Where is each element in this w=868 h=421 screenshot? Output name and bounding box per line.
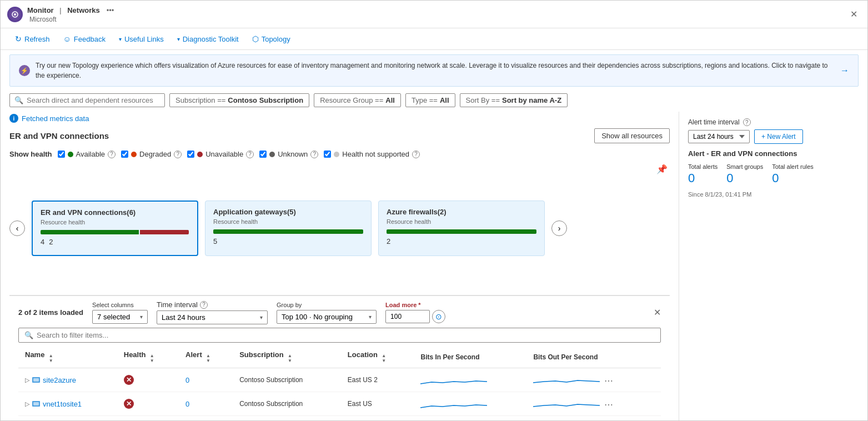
topology-banner[interactable]: ⚡ Try our new Topology experience which …: [9, 54, 859, 87]
search-input[interactable]: [27, 96, 160, 104]
er-vpn-card[interactable]: ER and VPN connections(6) Resource healt…: [32, 201, 198, 256]
cards-next-button[interactable]: ›: [551, 220, 567, 236]
alert-interval-select[interactable]: Last 24 hours: [688, 130, 750, 143]
subscription-filter[interactable]: Subscription == Contoso Subscription: [169, 93, 309, 107]
pin-button[interactable]: 📌: [656, 164, 668, 174]
cell-bits-in-0: [414, 368, 526, 392]
cell-location-0: East US 2: [341, 368, 414, 392]
alert-interval-info-icon[interactable]: ?: [743, 118, 751, 126]
svg-rect-5: [33, 402, 39, 405]
group-by-dropdown[interactable]: Top 100 · No grouping ▾: [277, 310, 377, 324]
row-more-button-1[interactable]: ⋯: [602, 398, 615, 411]
location-sort[interactable]: ▲▼: [382, 354, 386, 363]
cards-prev-button[interactable]: ‹: [9, 220, 25, 236]
group-by-label: Group by: [277, 302, 377, 308]
table-search-input[interactable]: [37, 331, 655, 339]
cell-bits-out-1: ⋯: [526, 392, 661, 416]
card-title-0: ER and VPN connections(6): [41, 208, 189, 217]
load-go-button[interactable]: ⊙: [432, 310, 445, 323]
unavailable-label: Unavailable: [205, 150, 243, 158]
health-available-checkbox[interactable]: [58, 151, 65, 158]
resource-link-0[interactable]: site2azure: [43, 376, 76, 384]
cell-name-1: ▷ vnet1tosite1: [18, 392, 117, 416]
card-title-2: Azure firewalls(2): [387, 208, 536, 216]
health-error-icon-1: ✕: [124, 399, 134, 409]
unknown-info-icon[interactable]: ?: [310, 151, 318, 158]
topology-button[interactable]: ⬡ Topology: [247, 32, 296, 46]
alert-link-1[interactable]: 0: [185, 400, 189, 408]
info-row: i Fetched metrics data: [9, 112, 670, 125]
card-counts-1: 5: [213, 237, 363, 245]
cell-name-0: ▷ site2azure: [18, 368, 117, 392]
cell-location-1: East US: [341, 392, 414, 416]
health-degraded-checkbox[interactable]: [121, 151, 128, 158]
row-icon-0: ▷ site2azure: [25, 375, 111, 384]
time-interval-label: Time interval ?: [157, 300, 268, 309]
table-search-box[interactable]: 🔍: [18, 328, 661, 343]
resource-link-1[interactable]: vnet1tosite1: [43, 400, 82, 408]
card-sub-2: Resource health: [387, 218, 536, 225]
select-columns-label: Select columns: [92, 302, 148, 308]
svg-point-1: [14, 13, 16, 16]
refresh-button[interactable]: ↻ Refresh: [9, 32, 56, 46]
cell-health-1: ✕: [117, 392, 179, 416]
time-interval-info-icon[interactable]: ?: [200, 301, 208, 309]
diagnostic-toolkit-button[interactable]: ▾ Diagnostic Toolkit: [172, 32, 244, 46]
not-supported-label: Health not supported: [342, 150, 409, 158]
alert-sort[interactable]: ▲▼: [206, 354, 210, 363]
name-sort[interactable]: ▲▼: [49, 354, 53, 363]
app-gateway-card[interactable]: Application gateways(5) Resource health …: [205, 201, 372, 256]
col-bits-in: Bits In Per Second: [414, 346, 526, 368]
health-not-supported-checkbox[interactable]: [324, 151, 331, 158]
group-by-group: Group by Top 100 · No grouping ▾: [277, 302, 377, 324]
window-close-button[interactable]: ✕: [847, 8, 861, 21]
topology-icon: ⬡: [252, 34, 259, 43]
select-columns-dropdown[interactable]: 7 selected ▾: [92, 310, 148, 324]
bottom-controls: 2 of 2 items loaded Select columns 7 sel…: [18, 300, 661, 324]
row-more-button-0[interactable]: ⋯: [602, 374, 615, 387]
resource-group-filter[interactable]: Resource Group == All: [314, 93, 401, 107]
row-expand-icon-0[interactable]: ▷: [25, 377, 29, 384]
title-more-btn[interactable]: •••: [107, 6, 114, 14]
subscription-sort[interactable]: ▲▼: [288, 354, 292, 363]
unavailable-info-icon[interactable]: ?: [246, 151, 254, 158]
show-all-resources-button[interactable]: Show all resources: [594, 128, 670, 143]
col-bits-out: Bits Out Per Second: [526, 346, 661, 368]
load-more-input[interactable]: [385, 310, 430, 323]
alert-link-0[interactable]: 0: [185, 376, 189, 384]
cell-bits-out-0: ⋯: [526, 368, 661, 392]
new-alert-button[interactable]: + New Alert: [754, 129, 803, 144]
chevron-down-icon-3: ▾: [140, 314, 143, 320]
azure-firewalls-card[interactable]: Azure firewalls(2) Resource health 2: [378, 201, 545, 256]
degraded-info-icon[interactable]: ?: [174, 151, 182, 158]
refresh-icon: ↻: [15, 34, 22, 43]
available-info-icon[interactable]: ?: [108, 151, 116, 158]
cell-alert-0: 0: [179, 368, 233, 392]
sort-filter[interactable]: Sort By == Sort by name A-Z: [460, 93, 568, 107]
main-content: i Fetched metrics data ER and VPN connec…: [1, 112, 867, 420]
not-supported-info-icon[interactable]: ?: [412, 151, 420, 158]
health-unknown-checkbox[interactable]: [259, 151, 267, 158]
health-sort[interactable]: ▲▼: [150, 354, 154, 363]
degraded-dot: [131, 152, 137, 157]
section-title: ER and VPN connections: [9, 131, 109, 141]
card-green-bar-0: [41, 230, 139, 234]
feedback-icon: ☺: [63, 34, 71, 43]
feedback-button[interactable]: ☺ Feedback: [58, 32, 111, 46]
card-sub-0: Resource health: [41, 219, 189, 225]
useful-links-button[interactable]: ▾ Useful Links: [113, 32, 169, 46]
col-health: Health ▲▼: [117, 346, 179, 368]
time-interval-dropdown[interactable]: Last 24 hours ▾: [157, 310, 268, 324]
cell-health-0: ✕: [117, 368, 179, 392]
type-filter[interactable]: Type == All: [405, 93, 455, 107]
unavailable-dot: [197, 152, 203, 157]
resource-search-box[interactable]: 🔍: [9, 93, 165, 107]
row-expand-icon-1[interactable]: ▷: [25, 400, 29, 408]
alert-interval-label-row: Alert time interval ?: [688, 118, 859, 126]
health-unavailable-checkbox[interactable]: [187, 151, 194, 158]
col-subscription: Subscription ▲▼: [233, 346, 341, 368]
health-available: Available ?: [58, 150, 116, 158]
bottom-close-button[interactable]: ✕: [654, 307, 661, 318]
chevron-down-icon-2: ▾: [177, 36, 180, 42]
search-icon: 🔍: [14, 96, 23, 104]
